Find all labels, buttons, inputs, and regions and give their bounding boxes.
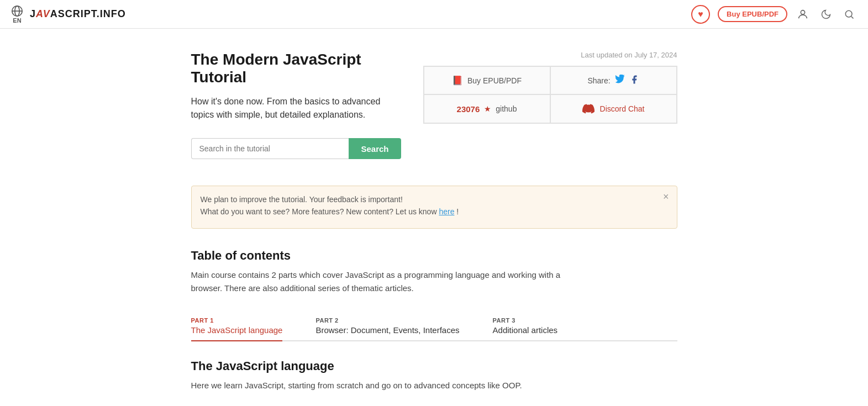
header-right: ♥ Buy EPUB/PDF xyxy=(691,5,857,24)
left-section: The Modern JavaScript Tutorial How it's … xyxy=(191,51,401,172)
tab-part1-name: The JavaScript language xyxy=(191,325,283,335)
subtitle: How it's done now. From the basics to ad… xyxy=(191,95,401,122)
book-icon: 📕 xyxy=(452,75,463,86)
notice-suffix: ! xyxy=(456,207,459,216)
toc-title: Table of contents xyxy=(191,249,677,263)
subtitle-line1: How it's done now. From the basics to ad… xyxy=(191,97,381,106)
star-icon: ★ xyxy=(484,104,491,113)
heart-icon: ♥ xyxy=(698,9,703,19)
notice-line2: What do you want to see? More features? … xyxy=(201,207,655,216)
lang-label: EN xyxy=(13,17,21,24)
discord-label: Discord Chat xyxy=(600,104,645,113)
notice-line1: We plan to improve the tutorial. Your fe… xyxy=(201,195,655,204)
tab-part2[interactable]: PART 2 Browser: Document, Events, Interf… xyxy=(315,312,459,340)
tab-part2-name: Browser: Document, Events, Interfaces xyxy=(315,325,459,335)
notice-prefix: What do you want to see? More features? … xyxy=(201,207,437,216)
header-epub-button[interactable]: Buy EPUB/PDF xyxy=(718,6,787,22)
toc-description: Main course contains 2 parts which cover… xyxy=(191,268,677,295)
right-section: Last updated on July 17, 2024 📕 Buy EPUB… xyxy=(423,51,677,124)
action-grid: 📕 Buy EPUB/PDF Share: 23076 ★ xyxy=(423,66,677,124)
share-label: Share: xyxy=(587,76,610,85)
buy-label: Buy EPUB/PDF xyxy=(467,76,522,85)
logo-text: JAVASCRIPT.INFO xyxy=(30,8,126,19)
page-title: The Modern JavaScript Tutorial xyxy=(191,51,401,86)
svg-point-3 xyxy=(801,10,804,14)
toc-desc-line1: Main course contains 2 parts which cover… xyxy=(191,270,561,280)
language-button[interactable]: EN xyxy=(11,5,23,24)
section-description: Here we learn JavaScript, starting from … xyxy=(191,379,677,392)
toc-desc-line2: browser. There are also additional serie… xyxy=(191,283,414,293)
tab-part1[interactable]: PART 1 The JavaScript language xyxy=(191,312,283,340)
subtitle-line2: topics with simple, but detailed explana… xyxy=(191,110,366,119)
search-bar: Search xyxy=(191,138,401,159)
header-search-button[interactable] xyxy=(841,7,857,22)
top-section: The Modern JavaScript Tutorial How it's … xyxy=(191,51,677,172)
share-cell: Share: xyxy=(550,66,677,94)
github-cell[interactable]: 23076 ★ github xyxy=(424,94,550,123)
tab-part1-label: PART 1 xyxy=(191,317,283,324)
main-content: The Modern JavaScript Tutorial How it's … xyxy=(180,29,688,406)
site-logo[interactable]: JAVASCRIPT.INFO xyxy=(30,8,126,20)
tabs-container: PART 1 The JavaScript language PART 2 Br… xyxy=(191,312,677,341)
header-left: EN JAVASCRIPT.INFO xyxy=(11,5,126,24)
header: EN JAVASCRIPT.INFO ♥ Buy EPUB/PDF xyxy=(0,0,868,29)
notice-close-button[interactable]: × xyxy=(663,192,669,202)
search-input[interactable] xyxy=(191,138,349,159)
twitter-icon[interactable] xyxy=(615,75,625,86)
github-label: github xyxy=(496,104,517,113)
tab-part3[interactable]: PART 3 Additional articles xyxy=(493,312,558,340)
facebook-icon[interactable] xyxy=(629,75,639,86)
theme-button[interactable] xyxy=(818,7,834,22)
search-button-label: Search xyxy=(361,144,388,154)
notice-link[interactable]: here xyxy=(439,207,454,216)
header-epub-label: Buy EPUB/PDF xyxy=(727,10,778,18)
tab-part3-label: PART 3 xyxy=(493,317,558,324)
user-button[interactable] xyxy=(795,7,811,22)
heart-button[interactable]: ♥ xyxy=(691,5,710,24)
buy-epub-button[interactable]: 📕 Buy EPUB/PDF xyxy=(424,66,550,94)
last-updated: Last updated on July 17, 2024 xyxy=(423,51,677,59)
github-stars: 23076 xyxy=(457,104,480,114)
tab-part2-label: PART 2 xyxy=(315,317,459,324)
discord-icon xyxy=(582,103,595,115)
svg-line-5 xyxy=(851,16,854,18)
section-heading: The JavaScript language xyxy=(191,359,677,373)
svg-point-4 xyxy=(845,10,852,17)
notice-box: We plan to improve the tutorial. Your fe… xyxy=(191,186,677,229)
tab-part3-name: Additional articles xyxy=(493,325,558,335)
search-button[interactable]: Search xyxy=(349,138,401,159)
discord-cell[interactable]: Discord Chat xyxy=(550,94,677,123)
